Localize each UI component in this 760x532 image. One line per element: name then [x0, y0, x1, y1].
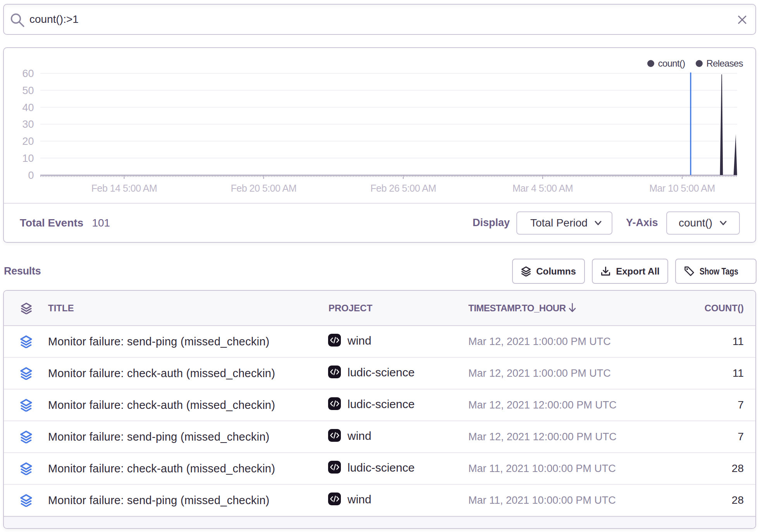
- svg-text:0: 0: [28, 170, 34, 181]
- svg-text:Feb 14 5:00 AM: Feb 14 5:00 AM: [91, 183, 157, 194]
- svg-text:10: 10: [22, 153, 34, 164]
- svg-text:Feb 26 5:00 AM: Feb 26 5:00 AM: [370, 183, 436, 194]
- svg-text:Mar 10 5:00 AM: Mar 10 5:00 AM: [649, 183, 715, 194]
- svg-text:60: 60: [22, 68, 34, 79]
- svg-text:40: 40: [22, 102, 34, 113]
- svg-text:Mar 4 5:00 AM: Mar 4 5:00 AM: [512, 183, 573, 194]
- svg-text:50: 50: [22, 85, 34, 96]
- svg-text:Feb 20 5:00 AM: Feb 20 5:00 AM: [231, 183, 297, 194]
- svg-text:20: 20: [22, 136, 34, 147]
- svg-text:30: 30: [22, 118, 34, 130]
